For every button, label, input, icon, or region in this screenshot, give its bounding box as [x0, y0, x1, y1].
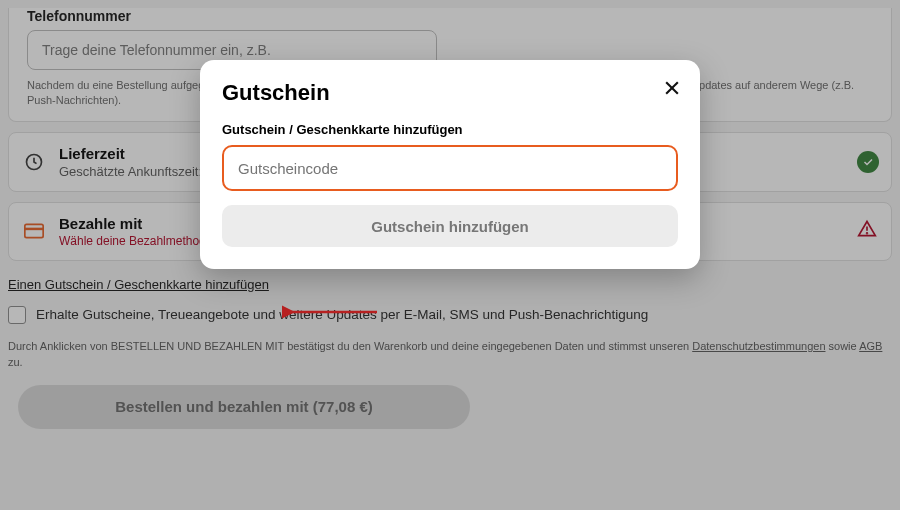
modal-overlay[interactable]: Gutschein Gutschein / Geschenkkarte hinz…: [0, 0, 900, 510]
modal-sublabel: Gutschein / Geschenkkarte hinzufügen: [222, 122, 678, 137]
modal-title: Gutschein: [222, 80, 678, 106]
add-voucher-button[interactable]: Gutschein hinzufügen: [222, 205, 678, 247]
voucher-code-input[interactable]: [222, 145, 678, 191]
close-icon[interactable]: [662, 78, 682, 102]
voucher-modal: Gutschein Gutschein / Geschenkkarte hinz…: [200, 60, 700, 269]
